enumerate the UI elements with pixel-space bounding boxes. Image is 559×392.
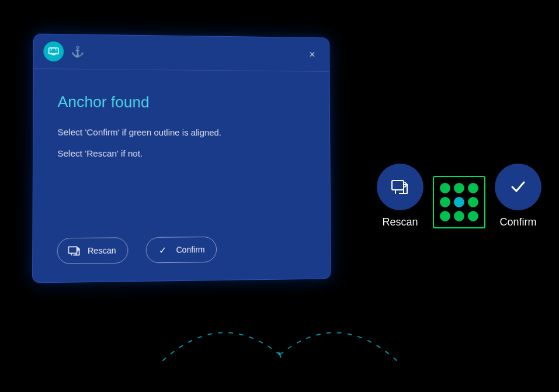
anchor-grid <box>433 176 485 228</box>
rescan-control: Rescan <box>377 164 423 228</box>
grid-dot-3 <box>468 183 478 193</box>
right-controls: Rescan Confirm <box>377 164 541 228</box>
anchor-grid-visual <box>433 176 485 228</box>
dialog-footer: Rescan ✓ Confirm <box>57 237 217 264</box>
grid-dot-9 <box>468 211 478 221</box>
rescan-control-label: Rescan <box>382 216 418 228</box>
rescan-label-dialog: Rescan <box>88 246 116 256</box>
confirm-control-label: Confirm <box>499 216 536 228</box>
rescan-icon <box>66 243 82 259</box>
grid-dot-4 <box>440 197 450 207</box>
dialog-instruction1: Select 'Confirm' if green outline is ali… <box>57 125 307 140</box>
dialog-instruction2: Select 'Rescan' if not. <box>57 147 307 161</box>
anchor-icon: ⚓ <box>71 45 84 58</box>
close-button[interactable]: × <box>304 46 320 63</box>
gaze-arc <box>134 296 426 374</box>
grid-dot-7 <box>440 211 450 221</box>
rescan-button-dialog[interactable]: Rescan <box>57 237 129 264</box>
grid-dot-1 <box>440 183 450 193</box>
svg-rect-4 <box>392 181 404 190</box>
rescan-circle-button[interactable] <box>377 164 423 210</box>
grid-dot-center <box>454 197 464 207</box>
screen-icon <box>43 41 64 62</box>
svg-rect-3 <box>68 247 77 253</box>
confirm-button-dialog[interactable]: ✓ Confirm <box>146 237 217 263</box>
dialog-titlebar: ⚓ × <box>34 34 329 71</box>
confirm-control: Confirm <box>495 164 541 228</box>
dialog-title: Anchor found <box>58 93 307 113</box>
anchor-dialog: ⚓ × Anchor found Select 'Confirm' if gre… <box>32 33 331 283</box>
confirm-check-icon: ✓ <box>155 242 170 258</box>
confirm-label-dialog: Confirm <box>176 245 205 255</box>
grid-dot-6 <box>468 197 478 207</box>
svg-rect-0 <box>49 48 58 54</box>
grid-dot-8 <box>454 211 464 221</box>
dialog-body: Anchor found Select 'Confirm' if green o… <box>33 69 330 186</box>
confirm-circle-button[interactable] <box>495 164 541 210</box>
grid-dot-2 <box>454 183 464 193</box>
